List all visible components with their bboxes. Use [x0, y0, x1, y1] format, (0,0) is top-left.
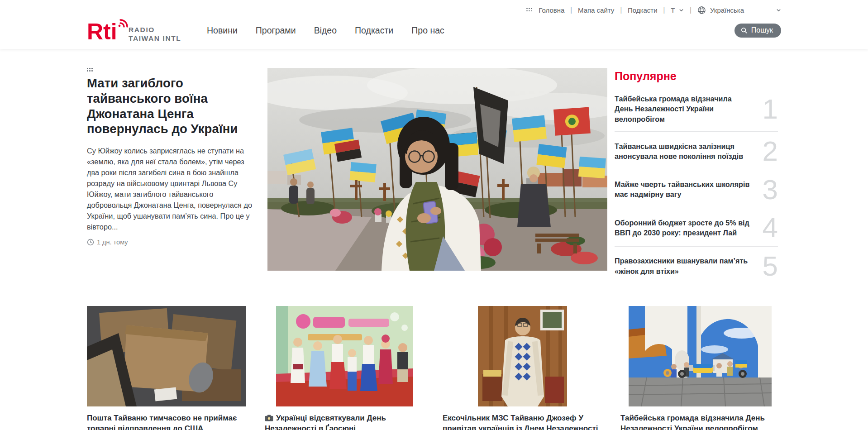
- popular-item-title: Тайванська швидкісна залізниця анонсувал…: [615, 141, 750, 162]
- news-card-1: Пошта Тайваню тимчасово не приймає товар…: [87, 306, 246, 430]
- utility-link-podcasts[interactable]: Подкасти: [628, 6, 658, 14]
- featured-excerpt: Су Юйжоу колись заприсяглась не ступати …: [87, 146, 256, 233]
- card-title[interactable]: Пошта Тайваню тимчасово не приймає товар…: [87, 413, 246, 430]
- card-title[interactable]: Ексочільник МЗС Тайваню Джозеф У привіта…: [443, 413, 602, 430]
- divider: |: [663, 6, 665, 14]
- language-select[interactable]: Українська: [697, 6, 781, 14]
- logo-line1: RADIO: [129, 26, 155, 33]
- popular-section: Популярне Тайбейська громада відзначила …: [615, 68, 778, 284]
- rti-logo[interactable]: Rti RADIO TAIWAN INTL: [87, 18, 184, 43]
- popular-item-rank: 3: [763, 178, 778, 201]
- featured-hero-image[interactable]: [267, 68, 607, 271]
- popular-item-5[interactable]: Правозахисники вшанували пам’ять «жінок …: [615, 247, 778, 285]
- card2-image-graphic: [276, 306, 413, 406]
- rti-logo-graphic: Rti RADIO TAIWAN INTL: [87, 18, 184, 43]
- utility-bar: Головна | Мапа сайту | Подкасти | T | Ук…: [0, 0, 868, 16]
- popular-item-rank: 5: [763, 255, 778, 277]
- featured-title[interactable]: Мати загиблого тайванського воїна Джонат…: [87, 76, 256, 137]
- card1-image-graphic: [87, 306, 246, 406]
- news-card-2: Українці відсвяткували День Незалежності…: [265, 306, 424, 430]
- search-button[interactable]: Пошук: [734, 24, 781, 38]
- search-button-label: Пошук: [751, 26, 773, 34]
- language-label: Українська: [710, 6, 744, 14]
- globe-icon: [697, 6, 706, 14]
- popular-item-title: Майже чверть тайванських школярів має на…: [615, 179, 750, 200]
- card4-image-graphic: [629, 306, 772, 406]
- card-image-boxes[interactable]: [87, 306, 246, 406]
- nav-programs[interactable]: Програми: [256, 25, 296, 36]
- text-size-label: T: [671, 6, 675, 14]
- nav-about[interactable]: Про нас: [411, 25, 444, 36]
- camera-icon: [265, 415, 273, 421]
- accessibility-dots-icon: [526, 8, 533, 12]
- popular-item-rank: 4: [763, 216, 778, 239]
- card3-image-graphic: [478, 306, 567, 406]
- card-image-bike-ride[interactable]: [620, 306, 780, 406]
- card-title[interactable]: Тайбейська громада відзначила День Незал…: [620, 413, 780, 430]
- site-header: Головна | Мапа сайту | Подкасти | T | Ук…: [0, 0, 868, 49]
- divider: |: [620, 6, 622, 14]
- popular-item-rank: 2: [763, 140, 778, 162]
- text-size-dropdown[interactable]: T: [671, 6, 684, 14]
- card-title-text: Українці відсвяткували День Незалежності…: [265, 414, 386, 430]
- main-nav: Новини Програми Відео Подкасти Про нас: [207, 25, 444, 36]
- clock-icon: [87, 239, 94, 246]
- featured-time-row: 1 дн. тому: [87, 239, 256, 246]
- featured-article: Мати загиблого тайванського воїна Джонат…: [87, 68, 256, 284]
- chevron-down-icon: [776, 8, 781, 13]
- search-icon: [741, 27, 748, 34]
- utility-link-home[interactable]: Головна: [539, 6, 564, 14]
- page: Головна | Мапа сайту | Подкасти | T | Ук…: [0, 0, 868, 430]
- divider: |: [690, 6, 692, 14]
- featured-timestamp: 1 дн. тому: [97, 239, 128, 246]
- logo-line2: TAIWAN INTL: [129, 34, 181, 42]
- card-title[interactable]: Українці відсвяткували День Незалежності…: [265, 413, 424, 430]
- news-card-3: Ексочільник МЗС Тайваню Джозеф У привіта…: [443, 306, 602, 430]
- popular-heading: Популярне: [615, 70, 778, 83]
- popular-item-title: Правозахисники вшанували пам’ять «жінок …: [615, 256, 750, 276]
- popular-item-3[interactable]: Майже чверть тайванських школярів має на…: [615, 170, 778, 209]
- popular-item-2[interactable]: Тайванська швидкісна залізниця анонсувал…: [615, 132, 778, 170]
- card-image-minister[interactable]: [443, 306, 602, 406]
- nav-news[interactable]: Новини: [207, 25, 238, 36]
- popular-item-title: Оборонний бюджет зросте до 5% від ВВП до…: [615, 218, 750, 238]
- nav-podcasts[interactable]: Подкасти: [355, 25, 393, 36]
- popular-item-title: Тайбейська громада відзначила День Незал…: [615, 94, 750, 124]
- article-dots-icon: [87, 68, 256, 72]
- header-main-row: Rti RADIO TAIWAN INTL Новини Програми Ві…: [0, 16, 868, 49]
- logo-wordmark: Rti: [87, 19, 117, 43]
- utility-link-sitemap[interactable]: Мапа сайту: [578, 6, 614, 14]
- hero-image-graphic: [267, 68, 607, 271]
- popular-item-rank: 1: [763, 98, 778, 120]
- news-card-4: Тайбейська громада відзначила День Незал…: [620, 306, 780, 430]
- popular-item-1[interactable]: Тайбейська громада відзначила День Незал…: [615, 86, 778, 132]
- nav-video[interactable]: Відео: [314, 25, 337, 36]
- chevron-down-icon: [679, 8, 684, 13]
- popular-list: Тайбейська громада відзначила День Незал…: [615, 86, 778, 284]
- popular-item-4[interactable]: Оборонний бюджет зросте до 5% від ВВП до…: [615, 208, 778, 247]
- divider: |: [570, 6, 572, 14]
- main-content: Мати загиблого тайванського воїна Джонат…: [87, 68, 781, 284]
- card-image-celebration[interactable]: [265, 306, 424, 406]
- news-cards-row: Пошта Тайваню тимчасово не приймає товар…: [87, 306, 781, 430]
